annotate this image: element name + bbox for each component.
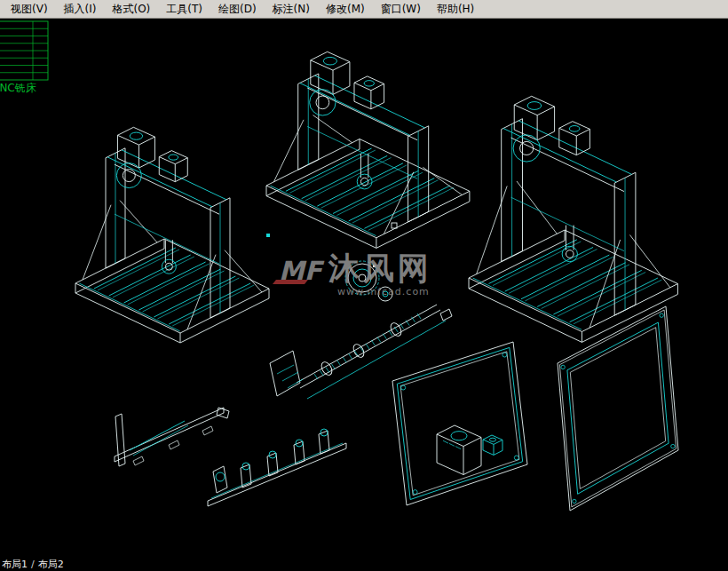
frame-plate-right	[558, 306, 678, 511]
cad-machine-assembly	[75, 127, 269, 343]
menu-item-insert[interactable]: 插入(I)	[56, 0, 105, 18]
menu-item-modify[interactable]: 修改(M)	[318, 0, 373, 18]
drawing-canvas[interactable]: CNC铣床 MF 沐风网 www.mfcad.com	[0, 19, 728, 558]
cad-machine-assembly	[469, 96, 677, 342]
menu-item-draw[interactable]: 绘图(D)	[210, 0, 265, 18]
menu-item-view[interactable]: 视图(V)	[3, 0, 56, 18]
menu-item-window[interactable]: 窗口(W)	[373, 0, 429, 18]
grip-points	[266, 223, 397, 267]
corner-bracket-part	[115, 408, 229, 466]
cad-machine-assembly	[266, 52, 470, 248]
menu-item-tools[interactable]: 工具(T)	[158, 0, 210, 18]
cad-drawing-svg: CNC铣床	[0, 19, 728, 558]
cad-window: 视图(V) 插入(I) 格式(O) 工具(T) 绘图(D) 标注(N) 修改(M…	[0, 0, 728, 571]
menu-item-help[interactable]: 帮助(H)	[429, 0, 482, 18]
svg-text:CNC铣床: CNC铣床	[0, 82, 36, 94]
menu-bar: 视图(V) 插入(I) 格式(O) 工具(T) 绘图(D) 标注(N) 修改(M…	[0, 0, 728, 19]
status-bar: 布局1 / 布局2	[0, 558, 728, 571]
layout-tab-2[interactable]: 布局2	[38, 559, 64, 571]
frame-plate-with-motor	[392, 342, 527, 505]
drawing-title-block: CNC铣床	[0, 21, 48, 94]
tab-separator: /	[31, 559, 35, 571]
menu-item-dimension[interactable]: 标注(N)	[265, 0, 318, 18]
menu-item-format[interactable]: 格式(O)	[104, 0, 158, 18]
layout-tab-1[interactable]: 布局1	[2, 559, 28, 571]
linear-rail-part	[208, 429, 346, 506]
